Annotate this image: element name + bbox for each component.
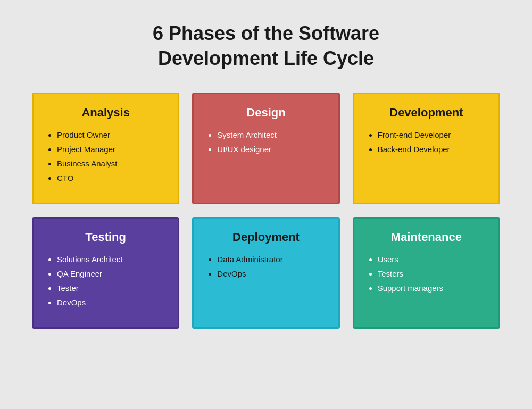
card-development: DevelopmentFront-end DeveloperBack-end D… — [353, 93, 500, 204]
card-analysis-title: Analysis — [46, 106, 165, 120]
list-item: UI/UX designer — [217, 144, 325, 155]
list-item: Solutions Architect — [57, 254, 165, 265]
page-title: 6 Phases of the Software Development Lif… — [153, 21, 379, 71]
list-item: Support managers — [378, 282, 486, 294]
list-item: Product Owner — [57, 129, 165, 140]
list-item: Data Administrator — [217, 254, 325, 265]
card-deployment: DeploymentData AdministratorDevOps — [192, 217, 339, 329]
card-testing-title: Testing — [46, 230, 165, 244]
card-analysis: AnalysisProduct OwnerProject ManagerBusi… — [32, 93, 179, 204]
card-maintenance-list: UsersTestersSupport managers — [367, 254, 486, 294]
list-item: Business Analyst — [57, 158, 165, 169]
list-item: Back-end Developer — [378, 144, 486, 155]
card-deployment-list: Data AdministratorDevOps — [206, 254, 325, 279]
card-testing: TestingSolutions ArchitectQA EngineerTes… — [32, 217, 179, 329]
list-item: Project Manager — [57, 144, 165, 155]
card-maintenance: MaintenanceUsersTestersSupport managers — [353, 217, 500, 329]
list-item: Users — [378, 254, 486, 265]
card-deployment-title: Deployment — [206, 230, 325, 244]
list-item: Tester — [57, 282, 165, 294]
card-design: DesignSystem ArchitectUI/UX designer — [192, 93, 339, 204]
card-design-list: System ArchitectUI/UX designer — [206, 129, 325, 155]
list-item: DevOps — [57, 297, 165, 308]
list-item: QA Engineer — [57, 268, 165, 279]
card-development-title: Development — [367, 106, 486, 120]
list-item: DevOps — [217, 268, 325, 279]
card-analysis-list: Product OwnerProject ManagerBusiness Ana… — [46, 129, 165, 183]
phases-grid: AnalysisProduct OwnerProject ManagerBusi… — [32, 93, 500, 329]
list-item: Front-end Developer — [378, 129, 486, 140]
list-item: Testers — [378, 268, 486, 279]
list-item: System Architect — [217, 129, 325, 140]
list-item: CTO — [57, 172, 165, 183]
card-development-list: Front-end DeveloperBack-end Developer — [367, 129, 486, 155]
card-maintenance-title: Maintenance — [367, 230, 486, 244]
card-design-title: Design — [206, 106, 325, 120]
card-testing-list: Solutions ArchitectQA EngineerTesterDevO… — [46, 254, 165, 308]
